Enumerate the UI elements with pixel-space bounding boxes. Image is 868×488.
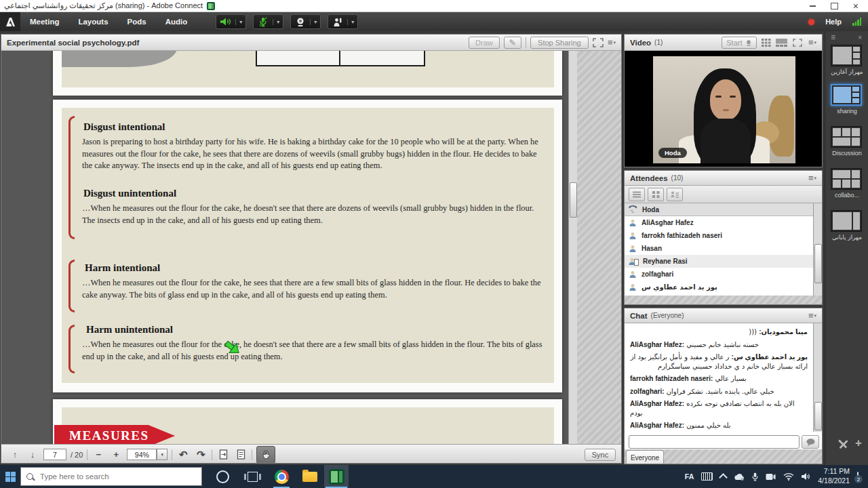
zoom-in-icon[interactable]: +	[109, 448, 123, 462]
stop-sharing-button[interactable]: Stop Sharing	[530, 37, 589, 49]
chat-sender: farrokh fathizadeh naseri:	[630, 375, 713, 382]
layouts-close-icon[interactable]: ×	[858, 33, 862, 41]
attendee-row[interactable]: Hasan	[625, 242, 822, 255]
layout-item-closing[interactable]	[831, 210, 862, 232]
attendee-grid-view-icon[interactable]	[648, 188, 664, 201]
pen-tool-button[interactable]: ✎	[504, 37, 521, 49]
search-input[interactable]	[39, 472, 177, 481]
webcam-dropdown[interactable]: ▾	[310, 19, 320, 25]
video-fullscreen-icon[interactable]	[793, 39, 802, 47]
tray-microphone-icon[interactable]	[752, 472, 758, 481]
attendee-row[interactable]: AliAsghar Hafez	[625, 216, 822, 229]
file-explorer-button[interactable]	[296, 465, 324, 488]
page-number-input[interactable]	[43, 449, 66, 460]
start-webcam-button[interactable]: Start	[722, 37, 757, 49]
touch-keyboard-icon[interactable]	[701, 472, 713, 481]
minimize-button[interactable]	[810, 5, 816, 7]
speaker-icon[interactable]	[216, 17, 235, 26]
chat-message: پور يد احمد عطاوي س: ر عالي و مفيد و تأم…	[630, 352, 808, 371]
filmstrip-view-icon[interactable]	[776, 39, 788, 47]
hidden-icons-chevron[interactable]	[719, 473, 728, 482]
chat-input[interactable]	[629, 435, 800, 449]
adobe-logo[interactable]	[0, 12, 20, 31]
menu-pods[interactable]: Pods	[118, 18, 156, 26]
layout-label[interactable]: مهراز آغازين	[825, 68, 868, 75]
menu-help[interactable]: Help	[825, 18, 842, 26]
tools-wrench-icon[interactable]	[837, 439, 848, 450]
attendees-pod-menu-icon[interactable]: ≡▾	[808, 173, 816, 183]
maximize-button[interactable]	[831, 3, 838, 9]
webcam-control: ▾	[290, 14, 321, 29]
zoom-dropdown-icon[interactable]: ▾	[157, 449, 167, 460]
zoom-level-value[interactable]: 94%	[127, 449, 157, 460]
menu-layouts[interactable]: Layouts	[68, 18, 117, 26]
chat-scrollbar[interactable]	[813, 323, 823, 432]
pan-tool-icon[interactable]	[256, 446, 275, 464]
attendee-sort-icon[interactable]	[667, 188, 683, 201]
layout-label[interactable]: collabo...	[825, 192, 868, 199]
close-button[interactable]: ×	[853, 3, 859, 9]
zoom-out-icon[interactable]: −	[92, 448, 105, 462]
layout-label[interactable]: sharing	[825, 108, 868, 115]
send-message-icon[interactable]	[802, 435, 819, 449]
onedrive-cloud-icon[interactable]	[734, 473, 745, 481]
undo-icon[interactable]: ↶	[176, 448, 190, 462]
attendee-row[interactable]: farrokh fathizadeh naseri	[625, 229, 822, 242]
attendee-row[interactable]: Reyhane Rasi	[625, 255, 822, 268]
video-pod-menu-icon[interactable]: ≡▾	[808, 37, 816, 47]
task-view-button[interactable]	[237, 465, 267, 488]
layout-item-discussion[interactable]	[831, 126, 862, 148]
webcam-icon[interactable]	[291, 17, 310, 27]
add-pod-plus-icon[interactable]: +	[855, 436, 862, 450]
layout-item-collaboration[interactable]	[831, 168, 862, 190]
chat-messages[interactable]: مينا محموديان: ((( AliAsghar Hafez: خسته…	[625, 323, 813, 432]
chrome-taskbar-button[interactable]	[267, 465, 296, 488]
start-button[interactable]	[0, 465, 20, 488]
volume-icon[interactable]	[802, 472, 810, 481]
cortana-button[interactable]	[208, 465, 237, 488]
attendee-row[interactable]: پور يد احمد عطاوي س	[625, 281, 822, 293]
layout-item-opening[interactable]	[831, 45, 862, 66]
menu-audio[interactable]: Audio	[156, 18, 197, 26]
connection-signal-icon[interactable]	[852, 18, 861, 26]
chat-pod-menu-icon[interactable]: ≡▾	[808, 310, 816, 321]
windows-logo-icon	[5, 472, 16, 482]
raise-hand-icon[interactable]	[328, 17, 347, 27]
speaker-dropdown[interactable]: ▾	[235, 19, 245, 25]
fullscreen-icon[interactable]	[593, 38, 604, 47]
pdf-canvas[interactable]: Disgust intentional Jason is preparing t…	[1, 51, 568, 444]
tray-camera-icon[interactable]	[766, 473, 776, 481]
layout-item-sharing[interactable]	[831, 84, 862, 106]
attendee-row[interactable]: Hoda	[625, 203, 822, 216]
taskbar-clock[interactable]: 7:11 PM 4/18/2021	[818, 467, 850, 485]
attendees-scrollbar-thumb[interactable]	[814, 244, 822, 283]
pdf-scrollbar-thumb[interactable]	[570, 182, 577, 218]
page-down-icon[interactable]: ↓	[26, 448, 39, 462]
menu-meeting[interactable]: Meeting	[20, 18, 68, 26]
adobe-connect-taskbar-button[interactable]	[324, 465, 349, 488]
grid-view-icon[interactable]	[762, 39, 771, 47]
raise-hand-dropdown[interactable]: ▾	[347, 19, 357, 25]
layout-label[interactable]: Discussion	[825, 150, 868, 157]
microphone-dropdown[interactable]: ▾	[273, 19, 283, 25]
language-indicator[interactable]: FA	[685, 472, 694, 481]
draw-button[interactable]: Draw	[469, 37, 500, 49]
wifi-icon[interactable]	[783, 472, 794, 481]
attendee-list-view-icon[interactable]	[629, 188, 645, 201]
attendees-scrollbar[interactable]	[813, 203, 823, 296]
share-pod-menu-icon[interactable]: ≡▾	[608, 37, 616, 47]
redo-icon[interactable]: ↷	[194, 448, 208, 462]
action-center-button[interactable]: 2	[857, 472, 859, 481]
fit-width-icon[interactable]	[216, 448, 230, 462]
tab-everyone[interactable]: Everyone	[626, 450, 664, 464]
fit-page-icon[interactable]	[234, 448, 248, 462]
attendee-row[interactable]: zolfaghari	[625, 268, 822, 281]
layout-label[interactable]: مهراز پاياني	[825, 234, 868, 241]
sync-button[interactable]: Sync	[585, 449, 616, 461]
taskbar-search[interactable]	[20, 467, 202, 486]
layouts-menu-icon[interactable]: ≡	[831, 33, 835, 42]
slide-heading: Harm unintentional	[86, 324, 173, 336]
page-up-icon[interactable]: ↑	[8, 448, 22, 462]
chat-scrollbar-thumb[interactable]	[814, 402, 822, 430]
microphone-muted-icon[interactable]	[254, 17, 273, 27]
